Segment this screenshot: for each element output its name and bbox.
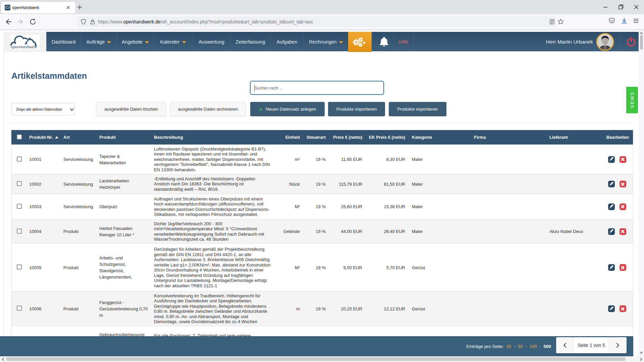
svg-text:openHandwerk: openHandwerk xyxy=(11,45,37,49)
